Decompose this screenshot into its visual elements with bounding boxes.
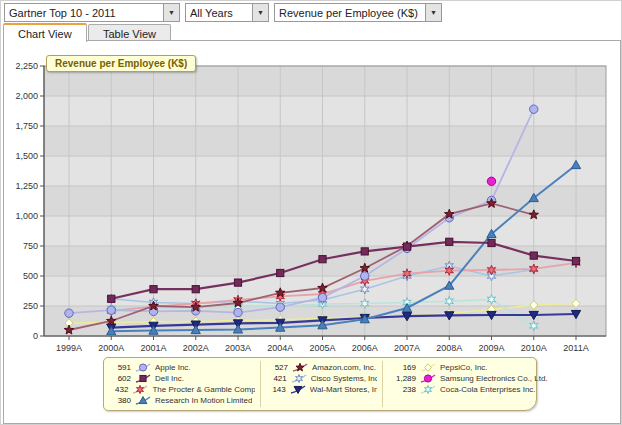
dataset-select-value: Gartner Top 10 - 2011 [5,7,163,19]
series-marker-icon [290,373,308,384]
series-marker-icon [134,373,152,384]
series-marker-icon [134,395,152,406]
pepsico-marker-icon [419,362,437,373]
legend-label: Apple Inc. [155,363,191,372]
samsung-marker-icon [419,373,437,384]
legend-value: 238 [388,385,416,394]
legend-entry-rim: 380Research In Motion Limited [109,395,255,406]
legend-value: 602 [109,374,131,383]
metric-select[interactable]: Revenue per Employee (K$) ▼ [274,3,442,22]
legend-entry-cisco: 421Cisco Systems, Inc. [266,373,377,384]
legend-label: The Procter & Gamble Company [152,385,255,394]
legend-value: 432 [109,385,128,394]
legend-entry-coke: 238Coca-Cola Enterprises Inc. [388,384,548,395]
series-marker-icon [419,362,437,373]
legend-label: Amazon.com, Inc. [312,363,376,372]
legend-label: Wal-Mart Stores, Inc. [310,385,377,394]
tab-chart-view[interactable]: Chart View [3,23,87,42]
legend-label: Coca-Cola Enterprises Inc. [440,385,536,394]
metric-select-value: Revenue per Employee (K$) [275,7,425,19]
legend-entry-pg: 432The Procter & Gamble Company [109,384,255,395]
legend-entry-apple: 591Apple Inc. [109,362,255,373]
legend-entry-dell: 602Dell Inc. [109,373,255,384]
legend-value: 591 [109,363,131,372]
pg-marker-icon [131,384,149,395]
chevron-down-icon[interactable]: ▼ [252,4,268,21]
legend-value: 169 [388,363,416,372]
chart-legend: 591Apple Inc.602Dell Inc.432The Procter … [103,357,537,411]
legend-label: Cisco Systems, Inc. [311,374,377,383]
walmart-marker-icon [289,384,307,395]
chevron-down-icon[interactable]: ▼ [425,4,441,21]
legend-value: 1,289 [388,374,416,383]
rim-marker-icon [134,395,152,406]
legend-label: PepsiCo, Inc. [440,363,488,372]
cisco-marker-icon [290,373,308,384]
legend-column: 527Amazon.com, Inc.421Cisco Systems, Inc… [260,361,382,407]
dell-marker-icon [134,373,152,384]
legend-label: Samsung Electronics Co., Ltd. [440,374,548,383]
years-select-value: All Years [186,7,252,19]
toolbar: Gartner Top 10 - 2011 ▼ All Years ▼ Reve… [1,1,622,23]
series-marker-icon [289,384,307,395]
years-select[interactable]: All Years ▼ [185,3,269,22]
coke-marker-icon [419,384,437,395]
legend-value: 527 [266,363,288,372]
legend-column: 169PepsiCo, Inc.1,289Samsung Electronics… [382,361,553,407]
legend-label: Research In Motion Limited [155,396,252,405]
legend-label: Dell Inc. [155,374,184,383]
series-marker-icon [291,362,309,373]
dataset-select[interactable]: Gartner Top 10 - 2011 ▼ [4,3,180,22]
amazon-marker-icon [291,362,309,373]
series-marker-icon [134,362,152,373]
legend-value: 380 [109,396,131,405]
legend-entry-samsung: 1,289Samsung Electronics Co., Ltd. [388,373,548,384]
legend-entry-pepsico: 169PepsiCo, Inc. [388,362,548,373]
legend-value: 421 [266,374,287,383]
legend-column: 591Apple Inc.602Dell Inc.432The Procter … [104,361,260,407]
chart-viewer-window: Gartner Top 10 - 2011 ▼ All Years ▼ Reve… [0,0,622,425]
series-marker-icon [131,384,149,395]
chart-title: Revenue per Employee (K$) [46,55,196,72]
series-marker-icon [419,384,437,395]
series-marker-icon [419,373,437,384]
legend-entry-walmart: 143Wal-Mart Stores, Inc. [266,384,377,395]
chevron-down-icon[interactable]: ▼ [163,4,179,21]
legend-entry-amazon: 527Amazon.com, Inc. [266,362,377,373]
tab-bar: Chart View Table View [1,23,622,41]
tab-chart-view-label: Chart View [18,28,72,40]
legend-value: 143 [266,385,286,394]
apple-marker-icon [134,362,152,373]
tab-table-view-label: Table View [103,28,156,40]
